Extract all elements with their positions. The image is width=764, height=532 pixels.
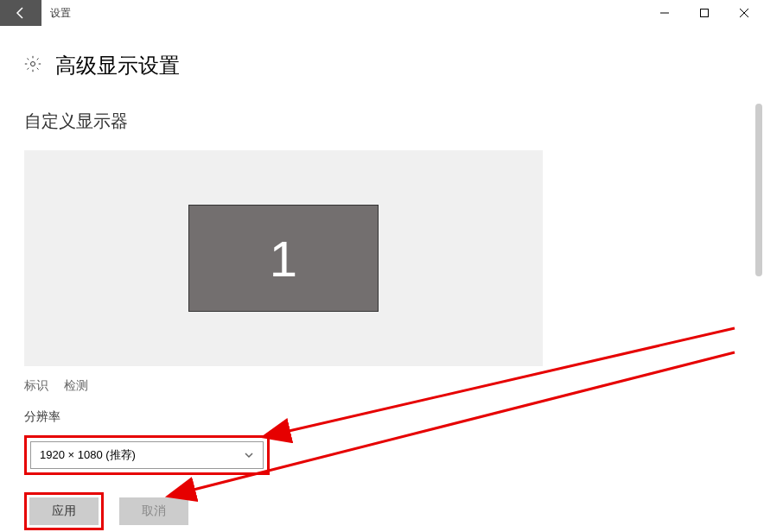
section-heading: 自定义显示器 [24, 110, 764, 133]
gear-icon [24, 55, 41, 76]
window-title: 设置 [50, 6, 71, 21]
apply-button-highlight: 应用 [24, 492, 104, 530]
apply-button[interactable]: 应用 [29, 497, 99, 525]
detect-link[interactable]: 检测 [64, 378, 88, 394]
svg-point-4 [31, 62, 35, 66]
cancel-button[interactable]: 取消 [119, 497, 188, 525]
identify-link[interactable]: 标识 [24, 378, 48, 394]
scrollbar[interactable] [755, 104, 762, 276]
monitor-1[interactable]: 1 [188, 205, 379, 312]
maximize-button[interactable] [684, 0, 724, 26]
minimize-button[interactable] [645, 0, 684, 26]
close-button[interactable] [724, 0, 764, 26]
resolution-dropdown-highlight: 1920 × 1080 (推荐) [24, 435, 270, 475]
back-button[interactable] [0, 0, 41, 26]
chevron-down-icon [244, 450, 254, 460]
svg-rect-1 [701, 10, 709, 17]
resolution-selected-value: 1920 × 1080 (推荐) [40, 447, 136, 463]
monitor-number: 1 [270, 230, 297, 288]
resolution-label: 分辨率 [24, 409, 764, 425]
monitor-preview-area: 1 [24, 150, 543, 366]
page-title: 高级显示设置 [55, 52, 180, 79]
resolution-dropdown[interactable]: 1920 × 1080 (推荐) [30, 441, 264, 469]
